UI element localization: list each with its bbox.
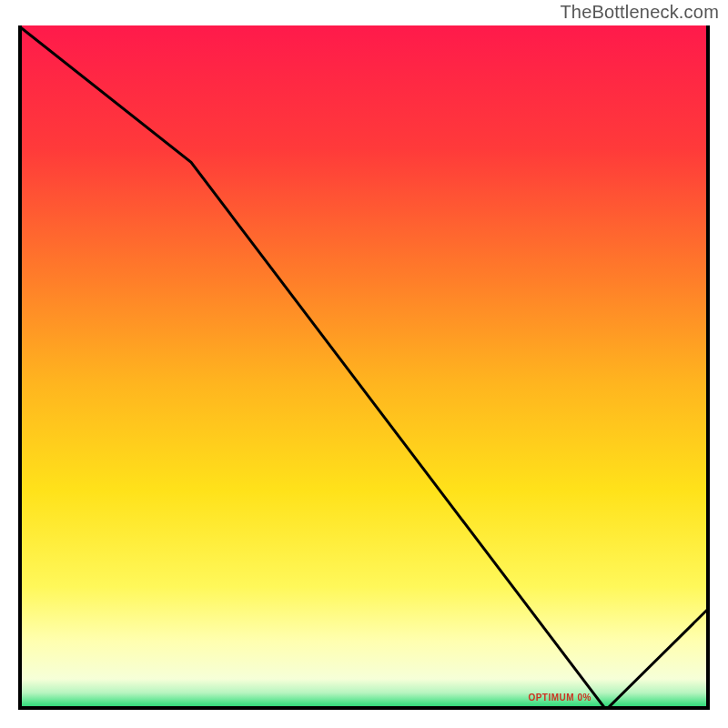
chart-container: TheBottleneck.com OPTIMUM 0% [0,0,728,728]
attribution-text: TheBottleneck.com [560,2,719,23]
plot-frame [18,25,710,710]
optimum-label: OPTIMUM 0% [528,693,591,703]
